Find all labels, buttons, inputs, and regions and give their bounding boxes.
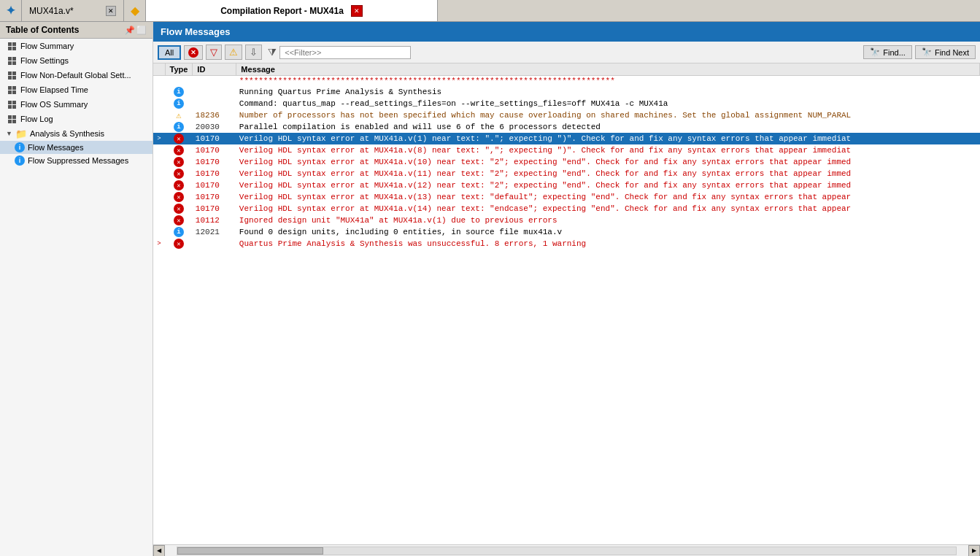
table-row[interactable]: ✕10170Verilog HDL syntax error at MUX41a… <box>153 156 980 168</box>
app-logo-icon: ✦ <box>6 4 15 18</box>
binoculars-icon: 🔭 <box>870 47 880 57</box>
scrollbar-track[interactable] <box>177 547 957 555</box>
filter-warn-button[interactable]: ⚠ <box>225 45 242 60</box>
scroll-left-arrow[interactable]: ◀ <box>153 545 165 557</box>
filter-input[interactable] <box>279 46 411 59</box>
find-next-button[interactable]: 🔭 Find Next <box>915 45 976 59</box>
sidebar-item-flow-log[interactable]: Flow Log <box>0 112 153 126</box>
sidebar-item-flow-os[interactable]: Flow OS Summary <box>0 97 153 112</box>
row-id-cell: 18236 <box>193 109 236 121</box>
col-header-message[interactable]: Message <box>236 63 980 76</box>
row-id-cell <box>193 238 236 250</box>
flow-os-icon <box>6 99 18 110</box>
message-table-container[interactable]: Type ID Message ************************… <box>153 63 980 544</box>
tab-compilation-report[interactable]: Compilation Report - MUX41a ✕ <box>146 0 438 21</box>
error-icon: ✕ <box>174 215 184 225</box>
warn-icon: ⚠ <box>174 110 184 120</box>
row-expand-cell <box>153 156 165 168</box>
sidebar-item-flow-summary[interactable]: Flow Summary <box>0 39 153 53</box>
col-header-id[interactable]: ID <box>193 63 236 76</box>
row-type-cell: ✕ <box>165 238 193 250</box>
info-icon: i <box>174 227 184 237</box>
row-message-cell: Verilog HDL syntax error at MUX41a.v(8) … <box>236 144 980 156</box>
table-row[interactable]: >✕Quartus Prime Analysis & Synthesis was… <box>153 238 980 250</box>
scroll-right-arrow[interactable]: ▶ <box>968 545 980 557</box>
row-type-cell: ✕ <box>165 168 193 179</box>
row-message-cell: Verilog HDL syntax error at MUX41a.v(12)… <box>236 179 980 191</box>
content-header: Flow Messages <box>153 22 980 42</box>
sidebar-title: Table of Contents <box>6 25 79 35</box>
error-icon: ✕ <box>174 169 184 179</box>
horizontal-scrollbar[interactable]: ◀ ▶ <box>153 544 980 556</box>
table-row[interactable]: ****************************************… <box>153 76 980 87</box>
table-row[interactable]: ✕10112Ignored design unit "MUX41a" at MU… <box>153 215 980 226</box>
row-message-cell: Number of processors has not been specif… <box>236 109 980 121</box>
col-header-type[interactable]: Type <box>165 63 193 76</box>
sidebar-pin-icon[interactable]: 📌 <box>125 26 135 35</box>
tab-editor-close[interactable]: ✕ <box>106 6 116 16</box>
scrollbar-thumb[interactable] <box>177 547 323 555</box>
toolbar: All ✕ ▽ ⚠ ⇩ ⧩ <box>153 42 980 63</box>
table-row[interactable]: ✕10170Verilog HDL syntax error at MUX41a… <box>153 203 980 215</box>
table-row[interactable]: i20030Parallel compilation is enabled an… <box>153 121 980 133</box>
table-row[interactable]: iRunning Quartus Prime Analysis & Synthe… <box>153 86 980 98</box>
filter-triangle-button[interactable]: ▽ <box>206 45 222 60</box>
row-expand-cell <box>153 144 165 156</box>
row-message-cell: Command: quartus_map --read_settings_fil… <box>236 98 980 109</box>
find-button[interactable]: 🔭 Find... <box>863 45 912 59</box>
row-message-cell: Quartus Prime Analysis & Synthesis was u… <box>236 238 980 250</box>
row-id-cell: 10112 <box>193 215 236 226</box>
filter-all-button[interactable]: All <box>158 45 181 60</box>
table-row[interactable]: ⚠18236Number of processors has not been … <box>153 109 980 121</box>
row-id-cell <box>193 98 236 109</box>
row-message-cell: Verilog HDL syntax error at MUX41a.v(13)… <box>236 191 980 203</box>
sidebar-item-flow-non-default[interactable]: Flow Non-Default Global Sett... <box>0 68 153 82</box>
sidebar-item-flow-suppressed[interactable]: i Flow Suppressed Messages <box>0 154 153 167</box>
filter-error-button[interactable]: ✕ <box>184 45 203 60</box>
row-type-cell: ✕ <box>165 133 193 144</box>
tab-compilation-close[interactable]: ✕ <box>351 5 363 17</box>
table-row[interactable]: >✕10170Verilog HDL syntax error at MUX41… <box>153 133 980 144</box>
error-icon: ✕ <box>174 145 184 155</box>
sidebar-item-label-log: Flow Log <box>20 115 150 123</box>
row-message-cell: Verilog HDL syntax error at MUX41a.v(14)… <box>236 203 980 215</box>
sidebar-item-flow-elapsed[interactable]: Flow Elapsed Time <box>0 82 153 97</box>
table-row[interactable]: ✕10170Verilog HDL syntax error at MUX41a… <box>153 179 980 191</box>
sidebar-item-flow-messages[interactable]: i Flow Messages <box>0 141 153 154</box>
row-id-cell <box>193 76 236 87</box>
row-expand-cell <box>153 76 165 87</box>
filter-info-button[interactable]: ⇩ <box>245 45 262 60</box>
table-row[interactable]: i12021Found 0 design units, including 0 … <box>153 226 980 238</box>
sidebar-item-label-flow-suppressed: Flow Suppressed Messages <box>28 156 150 165</box>
row-expand-cell <box>153 168 165 179</box>
tab-editor[interactable]: MUX41a.v* ✕ <box>22 0 124 21</box>
flow-settings-icon <box>6 55 18 66</box>
nav-forward-icon[interactable]: ◆ <box>131 4 139 18</box>
table-row[interactable]: ✕10170Verilog HDL syntax error at MUX41a… <box>153 191 980 203</box>
error-icon: ✕ <box>174 204 184 214</box>
row-id-cell <box>193 86 236 98</box>
row-type-cell: ✕ <box>165 179 193 191</box>
row-id-cell: 12021 <box>193 226 236 238</box>
table-row[interactable]: iCommand: quartus_map --read_settings_fi… <box>153 98 980 109</box>
sidebar-item-label-nondft: Flow Non-Default Global Sett... <box>20 71 150 80</box>
sidebar-header-controls: 📌 ⬜ <box>125 26 147 35</box>
sidebar-maximize-icon[interactable]: ⬜ <box>136 26 147 35</box>
row-expand-cell[interactable]: > <box>153 133 165 144</box>
filter-warn-icon: ⚠ <box>229 47 238 58</box>
row-id-cell: 10170 <box>193 144 236 156</box>
content-title: Flow Messages <box>161 26 230 37</box>
analysis-folder-icon: 📁 <box>15 128 27 139</box>
filter-all-label: All <box>165 48 174 57</box>
flow-suppressed-info-icon: i <box>15 155 25 166</box>
table-row[interactable]: ✕10170Verilog HDL syntax error at MUX41a… <box>153 168 980 179</box>
sidebar-item-flow-settings[interactable]: Flow Settings <box>0 53 153 68</box>
row-expand-cell[interactable]: > <box>153 238 165 250</box>
row-message-cell: ****************************************… <box>236 76 980 87</box>
table-row[interactable]: ✕10170Verilog HDL syntax error at MUX41a… <box>153 144 980 156</box>
filter-info-icon: ⇩ <box>250 47 258 58</box>
sidebar-item-analysis-synthesis[interactable]: ▼ 📁 Analysis & Synthesis <box>0 126 153 141</box>
row-expand-cell <box>153 98 165 109</box>
row-type-cell: i <box>165 86 193 98</box>
filter-triangle-icon: ▽ <box>210 47 217 58</box>
